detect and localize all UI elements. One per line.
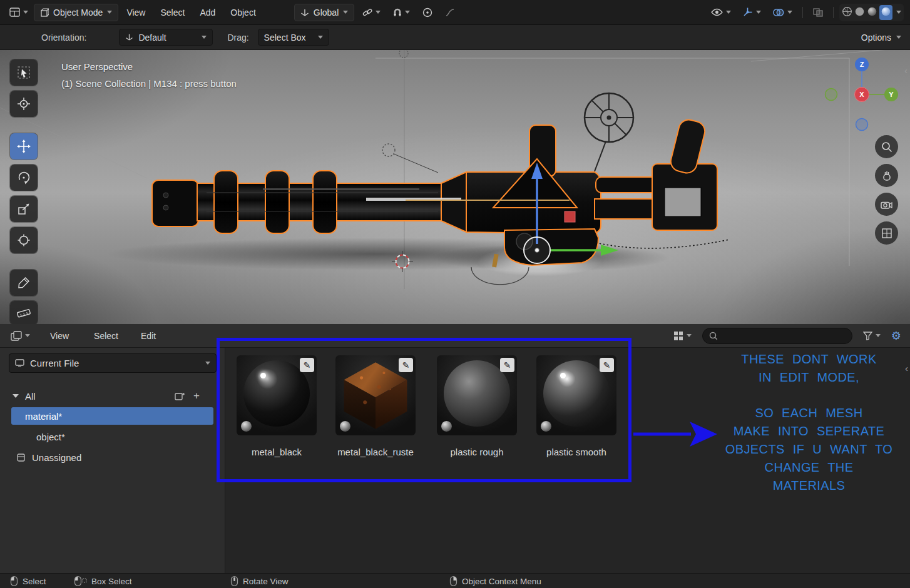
transform-orientation-dropdown[interactable]: Global xyxy=(294,4,354,21)
tool-measure[interactable] xyxy=(10,301,38,324)
shading-material-button[interactable] xyxy=(867,6,877,19)
proportional-falloff-button[interactable] xyxy=(441,5,459,20)
material-type-icon xyxy=(441,420,452,432)
menu-object[interactable]: Object xyxy=(223,4,262,21)
asset-browser-icon xyxy=(11,331,22,341)
asset-search[interactable] xyxy=(702,328,852,344)
shading-rendered-button[interactable] xyxy=(879,5,892,20)
edit-asset-icon[interactable]: ✎ xyxy=(300,358,314,372)
chevron-down-icon xyxy=(205,362,210,365)
status-hint-select: Select xyxy=(10,574,46,588)
shading-solid-button[interactable] xyxy=(854,6,865,19)
options-label: Options xyxy=(861,33,891,43)
material-type-icon xyxy=(240,420,252,432)
camera-view-button[interactable] xyxy=(875,193,898,216)
asset-tile-metal-black-rusted[interactable]: ✎ xyxy=(335,355,416,435)
snap-target-button[interactable] xyxy=(358,5,385,20)
filter-button[interactable] xyxy=(859,329,885,343)
asset-tile-plastic-smooth[interactable]: ✎ xyxy=(536,355,616,435)
ab-menu-view[interactable]: View xyxy=(43,328,76,344)
asset-settings-gear-button[interactable]: ⚙ xyxy=(891,329,901,343)
mode-dropdown[interactable]: Object Mode xyxy=(34,4,118,21)
overlays-toggle[interactable] xyxy=(768,6,797,19)
gizmo-center-dot xyxy=(535,248,539,253)
ab-menu-edit[interactable]: Edit xyxy=(134,328,163,344)
pan-hand-button[interactable] xyxy=(875,164,898,187)
active-object-breadcrumb: (1) Scene Collection | M134 : press butt… xyxy=(61,75,237,92)
divider xyxy=(833,7,834,18)
material-type-icon xyxy=(540,420,552,432)
object-mode-icon xyxy=(40,8,49,17)
orientation-value: Global xyxy=(314,8,339,18)
gizmos-toggle[interactable] xyxy=(738,4,765,20)
navigation-gizmo[interactable]: Z Y X xyxy=(821,55,904,138)
editor-type-button-assets[interactable] xyxy=(6,328,34,343)
ab-sidebar-collapse-arrow[interactable]: ‹ xyxy=(905,363,908,373)
asset-library-dropdown[interactable]: Current File xyxy=(9,353,217,373)
display-size-button[interactable] xyxy=(669,328,696,343)
drag-dropdown[interactable]: Select Box xyxy=(258,29,329,46)
catalog-item-object[interactable]: object* xyxy=(0,428,225,445)
add-catalog-plus-button[interactable]: + xyxy=(193,392,200,400)
drag-label: Drag: xyxy=(227,33,248,43)
asset-tile-metal-black[interactable]: ✎ xyxy=(237,355,317,435)
menu-view[interactable]: View xyxy=(120,4,152,21)
asset-name: plastic smooth xyxy=(526,447,626,457)
new-catalog-icon[interactable] xyxy=(175,392,185,400)
visibility-dropdown[interactable] xyxy=(707,6,735,19)
topbar: Object Mode View Select Add Object Globa… xyxy=(0,0,910,25)
asset-browser-sidebar: Current File All + material* object* Una… xyxy=(0,348,225,573)
catalog-item-unassigned[interactable]: Unassigned xyxy=(0,449,225,466)
axis-neg-y-ball[interactable] xyxy=(826,89,837,101)
chevron-down-icon xyxy=(687,334,692,337)
orientation-icon xyxy=(125,33,133,41)
viewport-3d[interactable]: User Perspective (1) Scene Collection | … xyxy=(0,50,910,324)
eye-icon xyxy=(711,8,723,16)
tool-annotate[interactable] xyxy=(10,270,38,296)
chevron-down-icon xyxy=(25,334,30,337)
gizmo-plane-handle[interactable] xyxy=(565,211,575,222)
tool-select-box[interactable] xyxy=(10,59,38,86)
viewport-side-buttons xyxy=(875,135,898,245)
orientation-label: Orientation: xyxy=(41,33,86,43)
tool-settings-bar: Orientation: Default Drag: Select Box Op… xyxy=(0,25,910,50)
proportional-editing-button[interactable] xyxy=(418,5,437,20)
search-input[interactable] xyxy=(722,331,846,340)
options-button[interactable]: Options xyxy=(861,33,901,43)
tool-scale[interactable] xyxy=(10,196,38,222)
tool-move[interactable] xyxy=(10,133,38,160)
catalog-all-row[interactable]: All + xyxy=(0,387,225,405)
status-label: Select xyxy=(23,577,46,586)
snap-link-icon xyxy=(362,8,372,18)
orientation-dropdown[interactable]: Default xyxy=(119,29,213,46)
snap-toggle-button[interactable] xyxy=(389,5,414,20)
tool-cursor[interactable] xyxy=(10,91,38,117)
zoom-button[interactable] xyxy=(875,135,898,158)
shading-wireframe-button[interactable] xyxy=(842,6,852,19)
menu-add[interactable]: Add xyxy=(193,4,222,21)
tool-transform[interactable] xyxy=(10,227,38,253)
catalog-item-material[interactable]: material* xyxy=(11,407,213,425)
edit-asset-icon[interactable]: ✎ xyxy=(399,358,413,372)
catalog-object-label: object* xyxy=(36,432,65,442)
catalog-unassigned-label: Unassigned xyxy=(32,452,81,463)
edit-asset-icon[interactable]: ✎ xyxy=(500,358,514,372)
ab-menu-select[interactable]: Select xyxy=(87,328,125,344)
material-type-icon xyxy=(339,420,351,432)
editor-type-button[interactable] xyxy=(5,5,33,19)
disclosure-triangle-icon[interactable] xyxy=(13,394,19,398)
edit-asset-icon[interactable]: ✎ xyxy=(600,358,614,372)
chevron-down-icon xyxy=(405,11,410,14)
tool-rotate[interactable] xyxy=(10,165,38,191)
asset-library-value: Current File xyxy=(30,358,200,368)
sidebar-collapse-arrow[interactable]: ‹ xyxy=(904,65,907,76)
chevron-down-icon[interactable] xyxy=(896,11,901,14)
asset-name: metal_black_ruste xyxy=(325,447,426,457)
orthographic-toggle-button[interactable] xyxy=(875,221,898,245)
specular-highlight xyxy=(260,373,266,378)
asset-tile-plastic-rough[interactable]: ✎ xyxy=(437,355,517,435)
menu-select[interactable]: Select xyxy=(153,4,192,21)
xray-toggle[interactable] xyxy=(809,6,827,19)
axis-neg-z-ball[interactable] xyxy=(856,119,868,131)
asset-grid[interactable]: ✎ metal_black ✎ metal_black_ruste ✎ plas… xyxy=(226,348,910,573)
